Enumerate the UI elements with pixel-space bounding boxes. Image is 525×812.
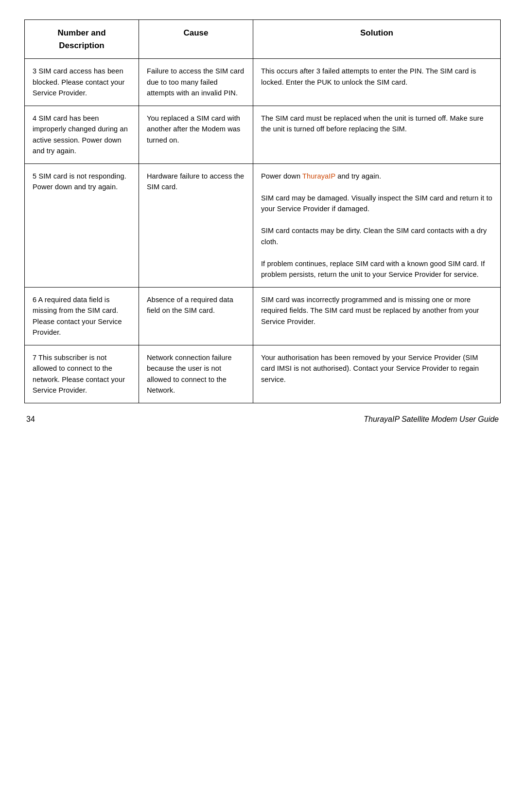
row2-number: 4 SIM card has been improperly changed d… xyxy=(25,106,139,163)
table-row: 6 A required data field is missing from … xyxy=(25,287,501,345)
row1-cause: Failure to access the SIM card due to to… xyxy=(139,59,253,106)
row5-number: 7 This subscriber is not allowed to conn… xyxy=(25,345,139,403)
page-footer: 34 ThurayaIP Satellite Modem User Guide xyxy=(24,415,501,424)
header-cause: Cause xyxy=(139,20,253,59)
table-row: 3 SIM card access has been blocked. Plea… xyxy=(25,59,501,106)
row4-solution: SIM card was incorrectly programmed and … xyxy=(253,287,500,345)
table-row: 4 SIM card has been improperly changed d… xyxy=(25,106,501,163)
row3-solution: Power down ThurayaIP and try again. SIM … xyxy=(253,163,500,287)
row5-cause: Network connection failure because the u… xyxy=(139,345,253,403)
thuraya-ip-link: ThurayaIP xyxy=(302,172,335,180)
row5-solution: Your authorisation has been removed by y… xyxy=(253,345,500,403)
row2-solution: The SIM card must be replaced when the u… xyxy=(253,106,500,163)
page-number: 34 xyxy=(26,415,35,424)
main-table: Number andDescription Cause Solution 3 S… xyxy=(24,19,501,403)
header-solution: Solution xyxy=(253,20,500,59)
row2-cause: You replaced a SIM card with another aft… xyxy=(139,106,253,163)
table-row: 7 This subscriber is not allowed to conn… xyxy=(25,345,501,403)
row3-cause: Hardware failure to access the SIM card. xyxy=(139,163,253,287)
row1-solution: This occurs after 3 failed attempts to e… xyxy=(253,59,500,106)
row3-number: 5 SIM card is not responding. Power down… xyxy=(25,163,139,287)
row1-number: 3 SIM card access has been blocked. Plea… xyxy=(25,59,139,106)
table-row: 5 SIM card is not responding. Power down… xyxy=(25,163,501,287)
row4-number: 6 A required data field is missing from … xyxy=(25,287,139,345)
document-title: ThurayaIP Satellite Modem User Guide xyxy=(364,415,499,424)
header-number: Number andDescription xyxy=(25,20,139,59)
row4-cause: Absence of a required data field on the … xyxy=(139,287,253,345)
